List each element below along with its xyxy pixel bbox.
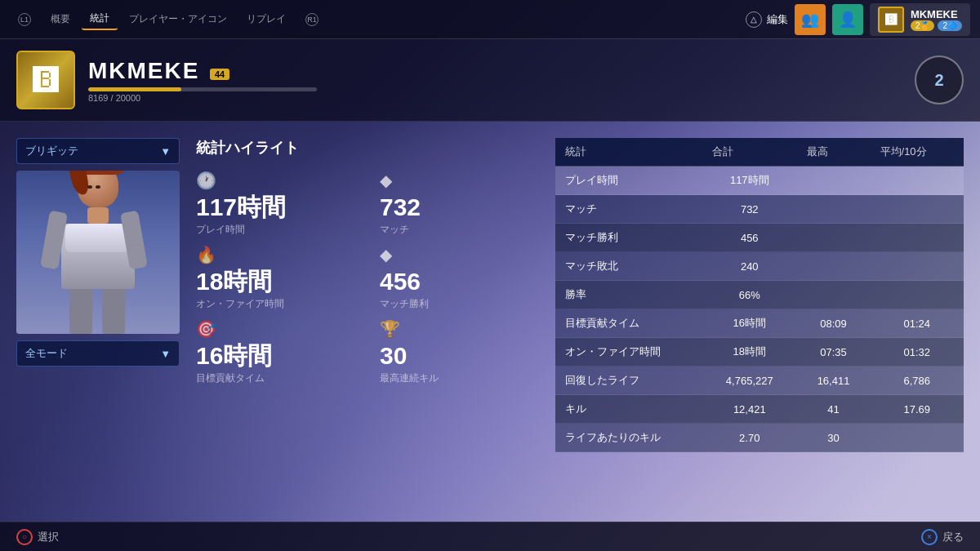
stat-name: プレイ時間 xyxy=(555,167,702,195)
edit-button[interactable]: △ 編集 xyxy=(746,11,788,28)
friends-button[interactable]: 👥 xyxy=(795,4,826,35)
profile-name: MKMEKE xyxy=(88,58,199,83)
stats-highlights-section: 統計ハイライト 🕐 117時間 プレイ時間 ◆ 732 マッチ 🔥 18時間 オ… xyxy=(196,138,539,506)
highlight-onfire-value: 18時間 xyxy=(196,269,272,294)
r1-icon: R1 xyxy=(305,13,318,26)
col-header-best: 最高 xyxy=(797,138,871,167)
circle-red-icon: ○ xyxy=(16,529,33,545)
stat-name: 回復したライフ xyxy=(555,367,702,395)
stat-avg xyxy=(871,195,964,224)
profile-name-row: MKMEKE 44 xyxy=(88,58,889,84)
stat-avg: 01:32 xyxy=(871,338,964,367)
highlight-wins: ◆ 456 マッチ勝利 xyxy=(380,245,539,311)
stat-best xyxy=(797,195,871,224)
back-button[interactable]: × 戻る xyxy=(921,529,964,545)
stat-avg xyxy=(871,252,964,281)
stat-total: 4,765,227 xyxy=(702,367,797,395)
user-avatar: 🅱 xyxy=(878,7,904,33)
hero-select-chevron-icon: ▼ xyxy=(160,145,171,158)
col-header-stat: 統計 xyxy=(555,138,702,167)
stat-total: 456 xyxy=(702,224,797,252)
col-header-total: 合計 xyxy=(702,138,797,167)
highlight-matches-label: マッチ xyxy=(380,223,409,237)
stat-total: 732 xyxy=(702,195,797,224)
nav-tab-replay[interactable]: リプレイ xyxy=(238,9,294,29)
mode-select-dropdown[interactable]: 全モード ▼ xyxy=(16,340,180,367)
hero-select-label: ブリギッテ xyxy=(25,144,78,158)
stat-best: 30 xyxy=(797,424,871,452)
highlight-onfire-label: オン・ファイア時間 xyxy=(196,297,284,311)
stats-table-header-row: 統計 合計 最高 平均/10分 xyxy=(555,138,964,167)
nav-tab-player-icon[interactable]: プレイヤー・アイコン xyxy=(121,9,235,29)
profile-level: 44 xyxy=(210,69,229,80)
user-info: 🅱 MKMEKE 2🏅 2🔷 xyxy=(870,3,970,36)
nav-left: L1 概要 統計 プレイヤー・アイコン リプレイ R1 xyxy=(10,8,327,30)
select-label: 選択 xyxy=(38,530,59,544)
stat-name: キル xyxy=(555,395,702,424)
highlight-wins-value: 456 xyxy=(380,269,421,294)
stat-best: 16,411 xyxy=(797,367,871,395)
badge-gold: 2🏅 xyxy=(911,20,935,31)
stats-highlights-title: 統計ハイライト xyxy=(196,138,539,158)
hero-select-dropdown[interactable]: ブリギッテ ▼ xyxy=(16,138,180,164)
trophy-icon: ◆ xyxy=(380,245,392,264)
stat-name: マッチ勝利 xyxy=(555,224,702,252)
medal-icon: 🏆 xyxy=(380,319,400,339)
nav-r1-button[interactable]: R1 xyxy=(297,10,327,29)
nav-l1-button[interactable]: L1 xyxy=(10,10,39,29)
stat-name: マッチ敗北 xyxy=(555,252,702,281)
stat-avg xyxy=(871,224,964,252)
group-button[interactable]: 👤 xyxy=(832,4,863,35)
highlight-play-time: 🕐 117時間 プレイ時間 xyxy=(196,171,355,237)
select-button[interactable]: ○ 選択 xyxy=(16,529,59,545)
stat-best: 41 xyxy=(797,395,871,424)
hero-portrait xyxy=(16,171,180,334)
table-row: マッチ勝利456 xyxy=(555,224,964,252)
l1-icon: L1 xyxy=(18,13,31,26)
stat-total: 117時間 xyxy=(702,167,797,195)
stat-total: 12,421 xyxy=(702,395,797,424)
stats-table-body: プレイ時間117時間マッチ732マッチ勝利456マッチ敗北240勝率66%目標貢… xyxy=(555,167,964,452)
stat-best: 08:09 xyxy=(797,309,871,338)
badge-blue: 2🔷 xyxy=(938,20,962,31)
user-badges: 2🏅 2🔷 xyxy=(911,20,962,31)
stats-table-section: 統計 合計 最高 平均/10分 プレイ時間117時間マッチ732マッチ勝利456… xyxy=(555,138,964,506)
left-sidebar: ブリギッテ ▼ xyxy=(16,138,180,506)
triangle-icon: △ xyxy=(746,11,762,28)
mode-select-label: 全モード xyxy=(25,346,68,361)
nav-right: △ 編集 👥 👤 🅱 MKMEKE 2🏅 2🔷 xyxy=(746,3,970,36)
table-row: 勝率66% xyxy=(555,281,964,309)
profile-header: 🅱 MKMEKE 44 8169 / 20000 2 xyxy=(0,39,980,122)
stat-best xyxy=(797,224,871,252)
stat-name: 勝率 xyxy=(555,281,702,309)
stat-total: 16時間 xyxy=(702,309,797,338)
nav-tab-stats[interactable]: 統計 xyxy=(82,8,118,30)
highlight-objective-label: 目標貢献タイム xyxy=(196,371,265,385)
table-row: マッチ732 xyxy=(555,195,964,224)
mode-select-chevron-icon: ▼ xyxy=(160,348,171,360)
stat-best: 07:35 xyxy=(797,338,871,367)
stat-avg: 01:24 xyxy=(871,309,964,338)
highlight-play-time-label: プレイ時間 xyxy=(196,223,245,237)
highlight-wins-label: マッチ勝利 xyxy=(380,297,429,311)
stat-total: 66% xyxy=(702,281,797,309)
profile-details: MKMEKE 44 8169 / 20000 xyxy=(88,58,889,103)
highlight-killstreak-label: 最高連続キル xyxy=(380,371,439,385)
stat-avg: 6,786 xyxy=(871,367,964,395)
table-row: 目標貢献タイム16時間08:0901:24 xyxy=(555,309,964,338)
prestige-badge: 2 xyxy=(915,56,964,104)
stat-avg xyxy=(871,424,964,452)
table-row: 回復したライフ4,765,22716,4116,786 xyxy=(555,367,964,395)
target-icon: 🎯 xyxy=(196,319,216,339)
highlight-killstreak: 🏆 30 最高連続キル xyxy=(380,319,539,385)
prestige-number: 2 xyxy=(934,71,943,90)
nav-tab-overview[interactable]: 概要 xyxy=(42,9,78,29)
highlight-objective-value: 16時間 xyxy=(196,344,272,368)
xp-bar-track xyxy=(88,87,317,91)
col-header-avg: 平均/10分 xyxy=(871,138,964,167)
stat-name: マッチ xyxy=(555,195,702,224)
clock-icon: 🕐 xyxy=(196,171,216,190)
highlight-matches-value: 732 xyxy=(380,195,421,220)
back-label: 戻る xyxy=(942,530,964,544)
user-details: MKMEKE 2🏅 2🔷 xyxy=(911,8,962,31)
